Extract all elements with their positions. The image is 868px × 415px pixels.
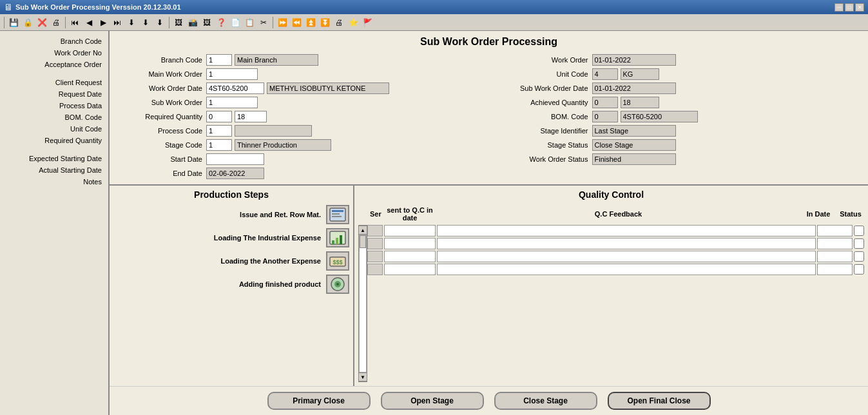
sidebar-item-required-qty[interactable]: Required Quantity [3,135,106,146]
stage-code-num-input[interactable] [206,139,232,151]
toolbar-btn-nav2[interactable]: ⏪ [290,16,303,29]
step-icon-3[interactable] [326,275,349,294]
qc-status-3[interactable] [854,264,864,275]
main-work-order-input[interactable] [206,68,258,80]
svg-rect-7 [340,235,342,244]
sidebar-item-acceptance-order[interactable]: Acceptance Order [3,59,106,70]
right-unit-code-label: Unit Code [496,70,592,78]
toolbar-btn-lock[interactable]: 🔒 [21,16,34,29]
toolbar-btn-copy1[interactable]: 📄 [229,16,242,29]
toolbar-btn-nav1[interactable]: ⏩ [276,16,289,29]
sub-work-order-input[interactable] [206,97,258,108]
toolbar-btn-delete[interactable]: ❌ [35,16,48,29]
minimize-btn[interactable]: ─ [834,3,844,12]
sidebar-item-work-order-no[interactable]: Work Order No [3,48,106,58]
step-icon-0[interactable] [326,205,349,224]
toolbar-btn-next[interactable]: ▶ [97,16,110,29]
scroll-down-btn[interactable]: ▼ [358,372,367,381]
toolbar-btn-print[interactable]: 🖨 [50,16,63,29]
qc-date-3[interactable] [384,264,436,275]
right-achieved-qty-18-input [621,97,659,108]
sidebar-item-unit-code[interactable]: Unit Code [3,124,106,134]
toolbar-btn-copy2[interactable]: 📋 [243,16,256,29]
qc-feedback-3[interactable] [437,264,816,275]
sidebar-item-expected-start[interactable]: Expected Starting Date [3,153,106,164]
work-order-date-num-input[interactable] [206,82,264,94]
toolbar-btn-img1[interactable]: 🖼 [172,16,185,29]
sidebar-item-process-data[interactable]: Process Data [3,101,106,111]
work-order-date-label: Work Order Date [122,84,206,92]
qc-ser-0[interactable] [367,225,383,236]
svg-rect-3 [332,216,342,217]
toolbar-btn-print2[interactable]: 🖨 [333,16,345,29]
qc-feedback-1[interactable] [437,238,816,249]
qc-status-0[interactable] [854,226,864,236]
scroll-up-btn[interactable]: ▲ [358,226,367,235]
required-qty-18-input[interactable] [235,111,267,122]
qc-indate-0[interactable] [817,225,853,236]
qc-status-1[interactable] [854,238,864,249]
sidebar-item-actual-start[interactable]: Actual Starting Date [3,165,106,175]
step-icon-1[interactable] [326,228,349,247]
process-code-name-input [235,125,312,137]
right-sub-wo-date-row: Sub Work Order Date [496,82,856,94]
process-code-row: Process Code [122,125,483,137]
sidebar-item-request-date[interactable]: Request Date [3,89,106,99]
toolbar-btn-save[interactable]: 💾 [7,16,20,29]
toolbar-btn-img2[interactable]: 📸 [186,16,199,29]
sidebar-item-branch-code[interactable]: Branch Code [3,36,106,46]
qc-ser-3[interactable] [367,264,383,275]
sidebar-item-notes[interactable]: Notes [3,177,106,187]
toolbar-btn-nav3[interactable]: ⏫ [304,16,317,29]
right-stage-status-row: Stage Status [496,139,856,151]
toolbar-btn-prev[interactable]: ◀ [82,16,95,29]
open-stage-button[interactable]: Open Stage [381,392,484,410]
process-code-input[interactable] [206,125,232,137]
qc-feedback-0[interactable] [437,225,816,236]
branch-code-row: Branch Code [122,54,483,66]
qc-scrollbar[interactable]: ▲ ▼ [358,225,367,382]
qc-date-0[interactable] [384,225,436,236]
primary-close-button[interactable]: Primary Close [267,392,371,410]
main-container: Branch Code Work Order No Acceptance Ord… [0,31,868,415]
branch-code-input[interactable] [206,54,232,66]
toolbar-btn-img3[interactable]: 🖼 [200,16,213,29]
start-date-input[interactable] [206,153,264,165]
required-qty-0-input[interactable] [206,111,232,122]
close-btn[interactable]: ✕ [855,3,864,12]
right-bom-code-val-input [621,111,698,122]
qc-status-2[interactable] [854,251,864,262]
qc-date-2[interactable] [384,251,436,262]
right-wo-status-input [592,153,676,165]
qc-date-1[interactable] [384,238,436,249]
qc-row-2 [367,251,864,262]
toolbar-btn-help[interactable]: ❓ [215,16,227,29]
open-final-close-button[interactable]: Open Final Close [608,392,711,410]
stage-code-name-input [235,139,331,151]
sidebar-item-client-request[interactable]: Client Request [3,77,106,88]
step-icon-2[interactable]: $$$ [326,251,349,271]
toolbar-btn-down3[interactable]: ⬇ [153,16,166,29]
qc-indate-2[interactable] [817,251,853,262]
branch-code-name-input [235,54,318,66]
qc-content: ▲ ▼ [358,225,864,382]
qc-ser-2[interactable] [367,251,383,262]
toolbar-btn-first[interactable]: ⏮ [68,16,81,29]
quality-control-title: Quality Control [358,189,864,200]
toolbar-btn-star[interactable]: ⭐ [347,16,360,29]
maximize-btn[interactable]: □ [845,3,854,12]
toolbar-btn-last[interactable]: ⏭ [111,16,124,29]
qc-feedback-2[interactable] [437,251,816,262]
close-stage-button[interactable]: Close Stage [494,392,597,410]
qc-ser-1[interactable] [367,238,383,249]
window-controls: ─ □ ✕ [834,3,864,12]
toolbar-btn-nav4[interactable]: ⏬ [318,16,331,29]
toolbar-btn-flag[interactable]: 🚩 [361,16,374,29]
qc-indate-1[interactable] [817,238,853,249]
toolbar-btn-cut[interactable]: ✂ [257,16,270,29]
qc-indate-3[interactable] [817,264,853,275]
toolbar-sep-4 [273,17,273,28]
sidebar-item-bom-code[interactable]: BOM. Code [3,112,106,122]
toolbar-btn-down1[interactable]: ⬇ [125,16,138,29]
toolbar-btn-down2[interactable]: ⬇ [139,16,152,29]
